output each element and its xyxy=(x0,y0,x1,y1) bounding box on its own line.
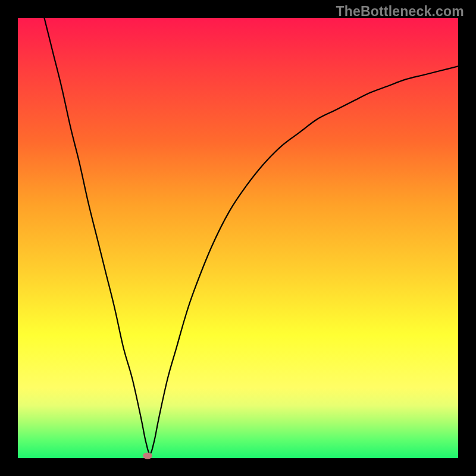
curve-svg xyxy=(18,18,458,458)
watermark-text: TheBottleneck.com xyxy=(336,4,464,20)
chart-frame: TheBottleneck.com xyxy=(0,0,476,476)
optimum-marker xyxy=(143,453,152,459)
bottleneck-curve xyxy=(44,18,458,454)
plot-area xyxy=(18,18,458,458)
